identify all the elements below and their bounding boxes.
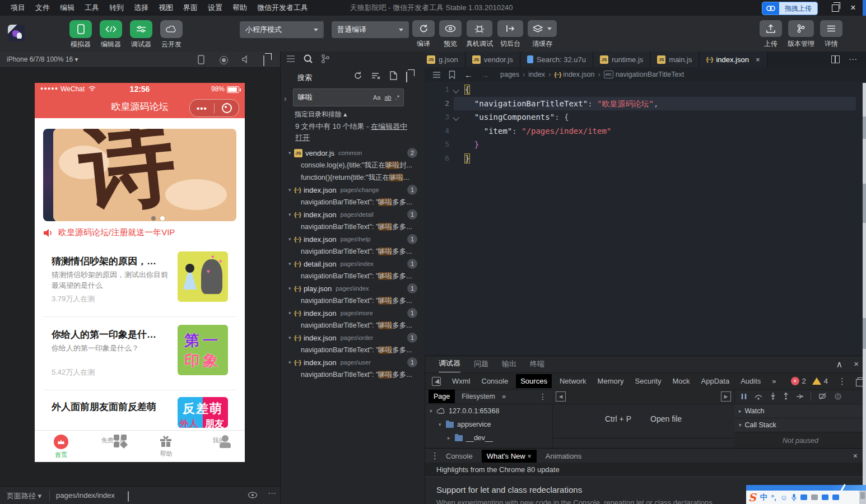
code-line[interactable]: 2 "navigationBarTitleText": "欧皇源码论坛", xyxy=(425,97,866,111)
menu-item[interactable]: 界面 xyxy=(178,0,203,16)
search-match-line[interactable]: navigationBarTitleText": "哆啦多多... xyxy=(281,221,425,233)
quiz-card[interactable]: 猜测情侣吵架的原因，…猜测情侣吵架的原因，测试出你目前最渴望的是什么3.79万人… xyxy=(35,251,245,316)
capsule-menu[interactable]: ••• xyxy=(189,99,239,117)
code-line[interactable]: 5 } xyxy=(425,138,866,152)
keyboard-icon[interactable] xyxy=(800,494,807,500)
search-match-line[interactable]: navigationBarTitleText": "哆啦多多... xyxy=(281,295,425,307)
search-result-file[interactable]: ▾JSvendor.jscommon2 xyxy=(281,147,425,159)
more-tabs-icon[interactable]: » xyxy=(772,377,776,385)
open-search-editor-icon[interactable] xyxy=(389,71,398,80)
menu-item[interactable]: 项目 xyxy=(6,0,30,16)
action-button-上传[interactable]: 上传 xyxy=(760,20,782,49)
drawer-menu-icon[interactable]: ⋮ xyxy=(431,451,439,461)
tabbar-item-帮助[interactable]: 帮助 xyxy=(140,431,193,462)
search-result-file[interactable]: ▾{··}play.jsonpages\index1 xyxy=(281,282,425,295)
search-match-line[interactable]: console.log(e),{title:"我正在哆啦封... xyxy=(281,159,425,171)
devtools-tab-Audits[interactable]: Audits xyxy=(741,377,761,385)
quiz-card[interactable]: 你给人的第一印象是什…你给人的第一印象是什么？5.42万人在测第一印象 xyxy=(35,325,245,390)
devtools-tab-Security[interactable]: Security xyxy=(635,377,662,385)
carousel-banner[interactable]: 诗 xyxy=(53,129,236,221)
outline-icon[interactable] xyxy=(432,71,441,78)
pause-icon[interactable] xyxy=(741,393,747,400)
mute-icon[interactable] xyxy=(242,55,250,63)
panel-toggle-云开发[interactable]: 云开发 xyxy=(158,20,185,49)
editor-tab-index.json[interactable]: {··}index.json× xyxy=(699,52,767,67)
emoji-icon[interactable]: ☺ xyxy=(780,493,788,502)
bookmark-icon[interactable] xyxy=(449,71,455,79)
debugger-tab-终端[interactable]: 终端 xyxy=(530,356,544,372)
search-result-file[interactable]: ▾{··}detail.jsonpages\index1 xyxy=(281,258,425,270)
search-result-file[interactable]: ▾{··}index.jsonpages\user1 xyxy=(281,356,425,368)
page-path-dropdown[interactable]: 页面路径 ▾ xyxy=(7,491,41,501)
editor-tab-vendor.js[interactable]: JSvendor.js xyxy=(465,52,520,67)
record-icon[interactable] xyxy=(220,56,228,64)
sources-panel-menu-icon[interactable]: ⋮ xyxy=(539,392,547,401)
git-icon[interactable] xyxy=(321,54,330,64)
mic-icon[interactable] xyxy=(791,494,797,501)
close-tab-icon[interactable]: × xyxy=(756,55,760,64)
search-match-line[interactable]: navigationBarTitleText": "哆啦多多... xyxy=(281,270,425,282)
warning-badge-icon[interactable] xyxy=(812,377,821,385)
rotate-device-icon[interactable] xyxy=(197,55,205,64)
editor-tab-Search: 32.u7u[interactable]: Search: 32.u7u xyxy=(520,52,593,67)
code-line[interactable]: 4 "item": "/pages/index/item" xyxy=(425,124,866,138)
error-badge-icon[interactable]: × xyxy=(791,377,799,385)
more-options-icon[interactable]: ⋯ xyxy=(268,488,276,498)
more-sources-tabs-icon[interactable]: » xyxy=(502,393,506,400)
refresh-search-icon[interactable] xyxy=(353,71,362,80)
pause-on-exceptions-icon[interactable] xyxy=(834,393,842,400)
toolbox-icon[interactable] xyxy=(832,494,839,500)
regex-icon[interactable]: .* xyxy=(395,94,399,101)
collapse-panel-icon[interactable]: ∧ xyxy=(836,359,843,370)
tree-node-127.0.0.1:65368[interactable]: ▾127.0.0.1:65368 xyxy=(425,404,552,418)
search-match-line[interactable]: navigationBarTitleText": "哆啦多多... xyxy=(281,368,425,381)
code-line[interactable]: 3 "usingComponents": { xyxy=(425,110,866,124)
match-case-icon[interactable]: Aa xyxy=(373,94,380,101)
search-match-line[interactable]: navigationBarTitleText": "哆啦多多... xyxy=(281,319,425,332)
action-button-编译[interactable]: 编译 xyxy=(412,20,435,49)
close-drawer-icon[interactable]: × xyxy=(853,451,858,460)
menu-item[interactable]: 视图 xyxy=(153,0,178,16)
search-match-line[interactable]: navigationBarTitleText": "哆啦多多... xyxy=(281,245,425,258)
tree-node-__dev__[interactable]: ▸__dev__ xyxy=(425,431,552,445)
weiyun-upload-button[interactable]: 拖拽上传 xyxy=(762,2,818,15)
devtools-tab-Network[interactable]: Network xyxy=(560,377,586,385)
multi-window-icon[interactable] xyxy=(263,56,264,66)
punctuation-icon[interactable]: °, xyxy=(771,493,776,502)
back-icon[interactable]: ← xyxy=(464,70,473,80)
search-match-line[interactable]: function(){return{title:"我正在哆啦... xyxy=(281,171,425,184)
tabbar-item-我的[interactable]: 我的 xyxy=(192,431,245,462)
step-over-icon[interactable] xyxy=(755,393,763,400)
whole-word-icon[interactable]: ab xyxy=(384,94,391,101)
breadcrumb-item[interactable]: pages xyxy=(500,71,519,78)
fold-chevron-icon[interactable] xyxy=(453,87,459,93)
menu-item[interactable]: 设置 xyxy=(203,0,227,16)
action-button-切后台[interactable]: 切后台 xyxy=(497,20,523,49)
devtools-tab-Wxml[interactable]: Wxml xyxy=(452,377,471,385)
search-result-file[interactable]: ▾{··}index.jsonpages\help1 xyxy=(281,233,425,245)
action-button-真机调试[interactable]: 真机调试 xyxy=(466,20,493,49)
visibility-icon[interactable] xyxy=(248,491,258,499)
breadcrumb-item[interactable]: index xyxy=(528,71,545,78)
search-result-file[interactable]: ▾{··}index.jsonpages\more1 xyxy=(281,307,425,319)
close-tab-icon[interactable]: × xyxy=(527,452,532,460)
debugger-tab-调试器[interactable]: 调试器 xyxy=(439,356,460,373)
search-result-file[interactable]: ▾{··}index.jsonpages\detail1 xyxy=(281,208,425,221)
devtools-tab-Mock[interactable]: Mock xyxy=(673,377,690,385)
close-panel-icon[interactable]: × xyxy=(854,359,859,370)
devtools-tab-AppData[interactable]: AppData xyxy=(701,377,730,385)
account-icon[interactable] xyxy=(811,494,818,500)
chinese-mode-icon[interactable]: 中 xyxy=(760,492,767,502)
editor-tab-runtime.js[interactable]: JSruntime.js xyxy=(593,52,650,67)
menu-item[interactable]: 工具 xyxy=(80,0,104,16)
search-result-file[interactable]: ▾{··}index.jsonpages\order1 xyxy=(281,332,425,344)
search-input[interactable]: 哆啦 Aa ab .* xyxy=(293,88,404,106)
tabbar-item-首页[interactable]: 首页 xyxy=(35,431,87,462)
collapse-left-icon[interactable]: ◀ xyxy=(556,391,566,402)
compile-mode-select[interactable]: 普通编译 xyxy=(332,21,409,38)
search-match-line[interactable]: navigationBarTitleText": "哆啦多多... xyxy=(281,344,425,356)
announcement-bar[interactable]: 欧皇源码论坛/注册就送一年VIP xyxy=(43,227,236,238)
step-into-icon[interactable] xyxy=(770,393,776,400)
search-filters-toggle[interactable]: 指定目录和排除 ▴ xyxy=(295,110,347,119)
action-button-版本管理[interactable]: 版本管理 xyxy=(788,20,814,49)
